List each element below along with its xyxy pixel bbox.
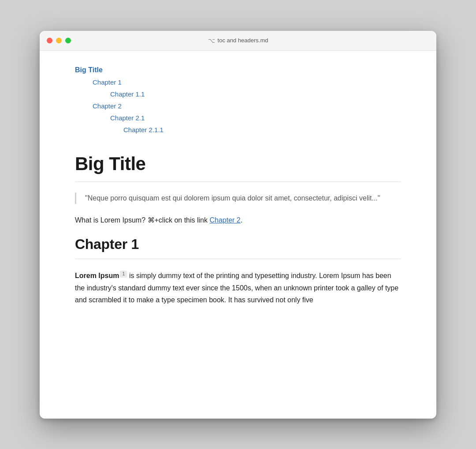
- window-title: toc and headers.md: [218, 37, 268, 44]
- blockquote: "Neque porro quisquam est qui dolorem ip…: [75, 193, 401, 204]
- title-divider: [75, 182, 401, 182]
- toc-item-chapter2[interactable]: Chapter 2: [75, 100, 401, 112]
- toc-item-chapter2-1[interactable]: Chapter 2.1: [75, 112, 401, 124]
- toc-item-chapter1[interactable]: Chapter 1: [75, 76, 401, 88]
- body-paragraph: What is Lorem Ipsum? ⌘+click on this lin…: [75, 215, 401, 226]
- footnote-ref-1: 1: [120, 271, 127, 278]
- file-icon: ⌥: [208, 37, 215, 44]
- toc-item-chapter2-1-1[interactable]: Chapter 2.1.1: [75, 124, 401, 136]
- window-title-area: ⌥ toc and headers.md: [208, 37, 268, 44]
- toc-link-chapter1[interactable]: Chapter 1: [93, 78, 122, 86]
- minimize-button[interactable]: [56, 37, 62, 43]
- window: ⌥ toc and headers.md Big Title Chapter 1…: [40, 31, 436, 419]
- content-area: Big Title Chapter 1 Chapter 1.1 Chapter …: [40, 51, 436, 324]
- blockquote-text: "Neque porro quisquam est qui dolorem ip…: [85, 194, 380, 202]
- toc-link-chapter2-1-1[interactable]: Chapter 2.1.1: [123, 126, 164, 134]
- body-text-suffix: .: [241, 216, 242, 224]
- body-text-prefix: What is Lorem Ipsum? ⌘+click on this lin…: [75, 216, 209, 224]
- chapter1-body: Lorem Ipsum1 is simply dummy text of the…: [75, 270, 401, 306]
- titlebar: ⌥ toc and headers.md: [40, 31, 436, 51]
- chapter1-title: Chapter 1: [75, 236, 401, 252]
- lorem-ipsum-bold: Lorem Ipsum: [75, 272, 119, 279]
- toc-link-chapter2-1[interactable]: Chapter 2.1: [110, 114, 145, 122]
- chapter2-link[interactable]: Chapter 2: [209, 216, 240, 224]
- toc-link-big-title[interactable]: Big Title: [75, 66, 103, 74]
- toc-item-big-title[interactable]: Big Title: [75, 64, 401, 77]
- chapter1-divider: [75, 259, 401, 259]
- maximize-button[interactable]: [65, 37, 71, 43]
- toc-item-chapter1-1[interactable]: Chapter 1.1: [75, 88, 401, 100]
- close-button[interactable]: [47, 37, 52, 43]
- traffic-lights: [47, 37, 71, 43]
- table-of-contents: Big Title Chapter 1 Chapter 1.1 Chapter …: [75, 64, 401, 136]
- toc-link-chapter1-1[interactable]: Chapter 1.1: [110, 90, 145, 98]
- toc-link-chapter2[interactable]: Chapter 2: [93, 102, 122, 110]
- main-big-title: Big Title: [75, 153, 401, 174]
